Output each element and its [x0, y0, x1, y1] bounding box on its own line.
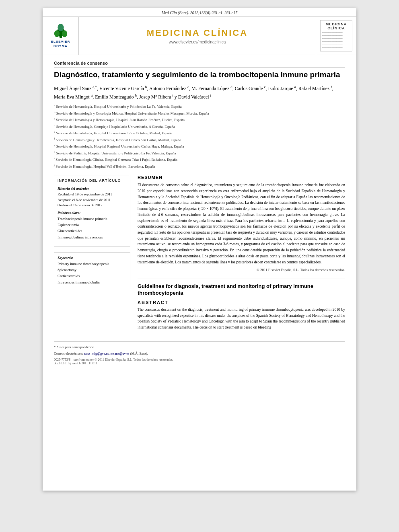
affiliation-e: e Servicio de Hematología, Hospital Univ…	[54, 130, 345, 136]
accepted-text: Aceptado el 8 de noviembre de 2011	[58, 197, 127, 203]
svg-point-2	[54, 30, 59, 37]
journal-name: MEDICINA CLÍNICA	[147, 28, 248, 38]
elsevier-logo: ELSEVIER DOYMA	[51, 24, 71, 48]
elsevier-text: ELSEVIER	[51, 40, 70, 43]
affiliation-i: i Servicio de Hematología Clínica, Hospi…	[54, 156, 345, 163]
email-suffix: (M.Á. Sanz).	[130, 351, 148, 355]
article-info-title: INFORMACIÓN DEL ARTÍCULO	[58, 179, 127, 184]
en-keyword-4: Intravenous immunoglobulin	[58, 279, 127, 286]
copyright-line: © 2011 Elsevier España, S.L. Todos los d…	[138, 267, 345, 273]
affiliations: a Servicio de Hematología, Hospital Univ…	[54, 103, 345, 169]
email-note: Correos electrónicos: sanz_mig@gva.es, m…	[54, 351, 345, 356]
email1-text[interactable]: sanz_mig@gva.es	[84, 351, 109, 355]
svg-point-3	[62, 30, 67, 37]
mc-logo-title: MEDICINACLÍNICA	[322, 22, 350, 30]
affiliation-a: a Servicio de Hematología, Hospital Univ…	[54, 103, 345, 110]
doyma-text: DOYMA	[53, 44, 68, 48]
mc-logo-lines: ───────────── ───────────── ────────────…	[322, 31, 350, 49]
journal-center: MEDICINA CLÍNICA www.elsevier.es/medicin…	[79, 17, 316, 55]
publisher-logo-left: ELSEVIER DOYMA	[43, 17, 79, 55]
footer-doi: doi:10.1016/j.medcli.2011.11.011	[54, 362, 345, 365]
en-keyword-3: Corticosteroids	[58, 273, 127, 279]
received-text: Recibido el 19 de septiembre de 2011	[58, 192, 127, 197]
left-column: INFORMACIÓN DEL ARTÍCULO Historia del ar…	[54, 175, 130, 333]
keyword-4: Inmunoglobulinas intravenosas	[58, 234, 127, 240]
article-page: Med Clin (Barc). 2012;138(6):261.e1–261.…	[43, 8, 356, 491]
affiliation-h: h Servicio de Pediatría, Hospital Univer…	[54, 150, 345, 156]
en-keyword-2: Splenectomy	[58, 267, 127, 273]
citation-bar: Med Clin (Barc). 2012;138(6):261.e1–261.…	[43, 8, 356, 16]
mc-logo-box: MEDICINACLÍNICA ───────────── ──────────…	[320, 20, 352, 51]
keyword-3: Glucocorticoides	[58, 228, 127, 234]
en-keyword-1: Primary immune thrombocytopenia	[58, 261, 127, 267]
article-footer: * Autor para correspondencia. Correos el…	[54, 341, 345, 366]
authors: Miguel Ángel Sanz a,*, Vicente Vicente G…	[54, 84, 345, 101]
affiliation-j: j Servicio de Hematología, Hospital Vall…	[54, 163, 345, 170]
affiliation-c: c Servicio de Hematología y Hemoterapia,…	[54, 117, 345, 123]
en-keywords-box: Keywords: Primary immune thrombocytopeni…	[54, 252, 130, 289]
english-abstract-paragraph: The consensus document on the diagnosis,…	[138, 307, 345, 331]
two-column-section: INFORMACIÓN DEL ARTÍCULO Historia del ar…	[54, 175, 345, 333]
author-note: * Autor para correspondencia.	[54, 345, 345, 350]
article-info-box: INFORMACIÓN DEL ARTÍCULO Historia del ar…	[54, 175, 130, 246]
online-text: On-line el 16 de enero de 2012	[58, 203, 127, 208]
keywords-section-es: Palabras clave: Trombocitopenia inmune p…	[58, 211, 127, 240]
footer-legal: 0025-7753/$ – see front matter © 2011 El…	[54, 358, 345, 362]
svg-point-4	[58, 24, 64, 31]
resumen-heading: RESUMEN	[138, 175, 345, 180]
abstract-label: ABSTRACT	[138, 300, 345, 305]
email-label: Correos electrónicos:	[54, 351, 83, 355]
history-label: Historia del artículo:	[58, 187, 127, 191]
affiliation-g: g Servicio de Hematología, Hospital Regi…	[54, 143, 345, 150]
article-title: Diagnóstico, tratamiento y seguimiento d…	[54, 70, 345, 80]
affiliation-b: b Servicio de Hematología y Oncología Mé…	[54, 110, 345, 117]
keywords-label: Palabras clave:	[58, 211, 127, 215]
english-section: Guidelines for diagnosis, treatment and …	[138, 279, 345, 331]
en-keywords-list: Primary immune thrombocytopenia Splenect…	[58, 261, 127, 286]
en-keywords-label: Keywords:	[58, 256, 127, 260]
keyword-2: Esplenectomía	[58, 222, 127, 228]
article-content: Conferencia de consenso Diagnóstico, tra…	[43, 55, 356, 371]
author-note-text: Autor para correspondencia.	[56, 345, 95, 349]
affiliation-d: d Servicio de Hematología, Complejo Hosp…	[54, 123, 345, 130]
history-section: Historia del artículo: Recibido el 19 de…	[58, 187, 127, 208]
english-title: Guidelines for diagnosis, treatment and …	[138, 283, 345, 297]
authors-text: Miguel Ángel Sanz a,*, Vicente Vicente G…	[54, 86, 333, 100]
keyword-1: Trombocitopenia inmune primaria	[58, 216, 127, 222]
article-type: Conferencia de consenso	[54, 61, 345, 68]
citation-text: Med Clin (Barc). 2012;138(6):261.e1–261.…	[162, 10, 237, 15]
english-abstract-text: The consensus document on the diagnosis,…	[138, 307, 345, 331]
journal-url: www.elsevier.es/medicinaclinica	[169, 40, 226, 44]
affiliation-f: f Servicio de Hematología y Hemoterapia,…	[54, 137, 345, 143]
elsevier-tree-icon	[51, 24, 71, 39]
keywords-list: Trombocitopenia inmune primaria Esplenec…	[58, 216, 127, 240]
right-column: RESUMEN El documento de consenso sobre e…	[138, 175, 345, 333]
publisher-logo-right: MEDICINACLÍNICA ───────────── ──────────…	[316, 17, 356, 55]
resumen-text: El documento de consenso sobre el diagnó…	[138, 182, 345, 273]
email2-text[interactable]: msanz@uv.es	[111, 351, 130, 355]
resumen-paragraph: El documento de consenso sobre el diagnó…	[138, 182, 345, 265]
journal-header: ELSEVIER DOYMA MEDICINA CLÍNICA www.else…	[43, 16, 356, 55]
